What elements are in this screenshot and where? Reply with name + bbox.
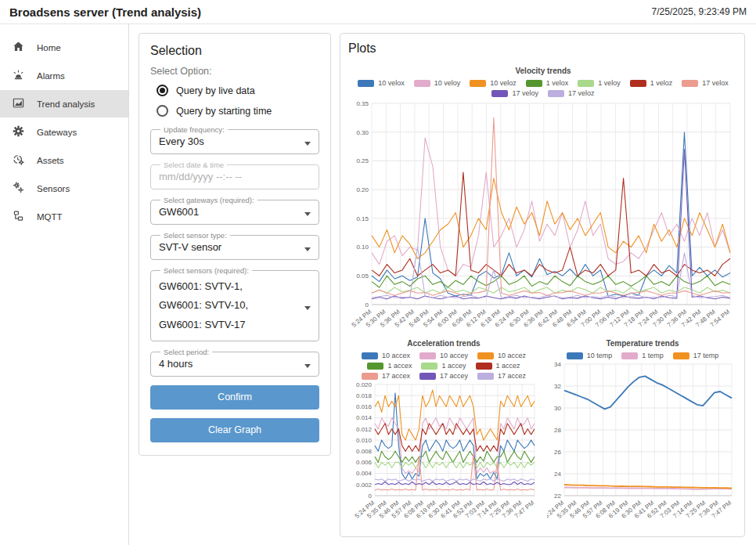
svg-text:0: 0: [369, 493, 373, 500]
gateways-value: GW6001: [159, 207, 311, 218]
chevron-down-icon: [304, 142, 311, 146]
legend-label: 10 veloy: [434, 79, 461, 87]
velocity-chart: Velocity trends 10 velox10 veloy10 veloz…: [348, 67, 738, 339]
clock-gear-icon: [12, 153, 25, 168]
chevron-down-icon: [304, 306, 311, 310]
sidebar-item-trend-analysis[interactable]: Trend analysis: [0, 90, 128, 117]
series-line-10-temp: [564, 376, 732, 409]
chevron-down-icon: [304, 212, 311, 216]
sidebar-item-label: MQTT: [37, 212, 63, 222]
legend-item-17-accez: 17 accez: [477, 372, 526, 380]
gateways-select[interactable]: Select gateways (required): GW6001: [150, 196, 319, 225]
sensors-label: Select sensors (required):: [160, 266, 252, 275]
plots-title: Plots: [348, 42, 738, 56]
legend-swatch: [673, 352, 689, 359]
series-line-10-accex: [375, 393, 535, 479]
acceleration-plot-area: 5:24 PM5:35 PM5:46 PM5:57 PM6:08 PM6:19 …: [348, 381, 539, 532]
sidebar-item-gateways[interactable]: Gateways: [0, 118, 128, 146]
legend-label: 17 temp: [693, 352, 719, 359]
sidebar-item-assets[interactable]: Assets: [0, 146, 128, 174]
alarm-icon: [12, 68, 25, 83]
legend-item-10-velox: 10 velox: [358, 79, 405, 87]
legend-item-17-veloy: 17 veloy: [491, 89, 538, 97]
svg-text:32: 32: [554, 383, 561, 390]
datetime-placeholder: mm/dd/yyyy --:-- --: [159, 171, 311, 183]
svg-text:0.25: 0.25: [356, 157, 369, 164]
legend-item-10-accez: 10 accez: [477, 352, 526, 359]
svg-text:0.10: 0.10: [356, 244, 369, 251]
legend-swatch: [470, 80, 486, 87]
svg-text:0.010: 0.010: [356, 437, 373, 444]
legend-item-10-accex: 10 accex: [362, 352, 410, 359]
legend-item-1-temp: 1 temp: [621, 352, 664, 359]
legend-item-17-accex: 17 accex: [362, 372, 410, 380]
sidebar-item-label: Alarms: [37, 71, 65, 81]
legend-item-17-velox: 17 velox: [682, 79, 729, 87]
legend-label: 10 temp: [587, 352, 613, 359]
legend-swatch: [419, 373, 436, 380]
svg-text:0.05: 0.05: [356, 272, 369, 280]
svg-text:0.006: 0.006: [356, 459, 373, 466]
legend-label: 1 accez: [496, 362, 520, 370]
legend-swatch: [491, 90, 508, 97]
legend-label: 17 veloy: [512, 89, 538, 97]
sidebar-item-alarms[interactable]: Alarms: [0, 62, 128, 89]
radio-label: Query by live data: [176, 85, 255, 96]
acceleration-chart-title: Acceleration trends: [348, 339, 539, 348]
legend-label: 10 veloz: [490, 79, 517, 87]
sidebar-item-sensors[interactable]: Sensors: [0, 175, 128, 202]
legend-swatch: [526, 80, 542, 87]
series-line-1-accey: [375, 462, 535, 467]
legend-swatch: [630, 80, 646, 87]
legend-label: 17 accex: [382, 372, 410, 380]
svg-text:26: 26: [554, 449, 561, 456]
legend-swatch: [548, 90, 564, 97]
sidebar-item-mqtt[interactable]: MQTT: [0, 203, 128, 230]
sensors-select[interactable]: Select sensors (required): GW6001: SVTV-…: [150, 266, 319, 341]
svg-text:0.30: 0.30: [356, 129, 369, 136]
legend-item-1-veloy: 1 veloy: [578, 79, 621, 87]
legend-label: 17 accey: [440, 372, 468, 380]
radio-selected-icon: [157, 85, 168, 96]
sidebar-item-home[interactable]: Home: [0, 34, 128, 61]
gears-icon: [12, 181, 25, 196]
svg-text:0.020: 0.020: [356, 381, 373, 388]
legend-swatch: [621, 352, 638, 359]
legend-item-1-velox: 1 velox: [526, 79, 569, 87]
series-line-17-velox: [372, 117, 730, 295]
trend-chart-icon: [12, 96, 25, 111]
confirm-button[interactable]: Confirm: [150, 385, 319, 410]
legend-item-17-veloz: 17 veloz: [548, 89, 595, 97]
plots-panel: Plots Velocity trends 10 velox10 veloy10…: [340, 33, 745, 537]
legend-swatch: [362, 373, 378, 380]
legend-item-10-accey: 10 accey: [419, 352, 468, 359]
sensor-type-select[interactable]: Select sensor type: SVT-V sensor: [150, 231, 319, 260]
svg-text:24: 24: [554, 471, 561, 478]
svg-text:0.014: 0.014: [356, 414, 373, 421]
acceleration-legend: 10 accex10 accey10 accez1 accex1 accey1 …: [348, 352, 539, 380]
series-line-1-velox: [372, 276, 730, 287]
period-select[interactable]: Select period: 4 hours: [150, 348, 319, 377]
svg-text:0.018: 0.018: [356, 392, 373, 399]
update-frequency-select[interactable]: Update frequency: Every 30s: [150, 125, 319, 154]
datetime-input[interactable]: Select date & time mm/dd/yyyy --:-- --: [150, 161, 319, 189]
update-frequency-label: Update frequency:: [160, 125, 228, 134]
radio-query-live-data[interactable]: Query by live data: [157, 85, 319, 96]
legend-label: 1 accex: [387, 362, 412, 370]
legend-item-17-temp: 17 temp: [673, 352, 719, 359]
selection-title: Selection: [150, 44, 319, 58]
selection-panel: Selection Select Option: Query by live d…: [139, 33, 331, 456]
svg-text:28: 28: [554, 427, 561, 434]
legend-swatch: [419, 352, 436, 359]
clear-graph-button[interactable]: Clear Graph: [150, 418, 319, 442]
legend-item-1-accex: 1 accex: [367, 362, 412, 370]
radio-label: Query by starting time: [176, 106, 272, 117]
velocity-legend: 10 velox10 veloy10 veloz1 velox1 veloy1 …: [348, 79, 738, 97]
legend-swatch: [477, 352, 494, 359]
radio-query-starting-time[interactable]: Query by starting time: [157, 105, 319, 117]
svg-text:0.35: 0.35: [356, 100, 369, 107]
network-icon: [12, 209, 25, 224]
temperature-chart: Temperature trends 10 temp1 temp17 temp …: [547, 339, 738, 532]
svg-text:0.20: 0.20: [356, 186, 369, 193]
legend-swatch: [476, 363, 492, 370]
